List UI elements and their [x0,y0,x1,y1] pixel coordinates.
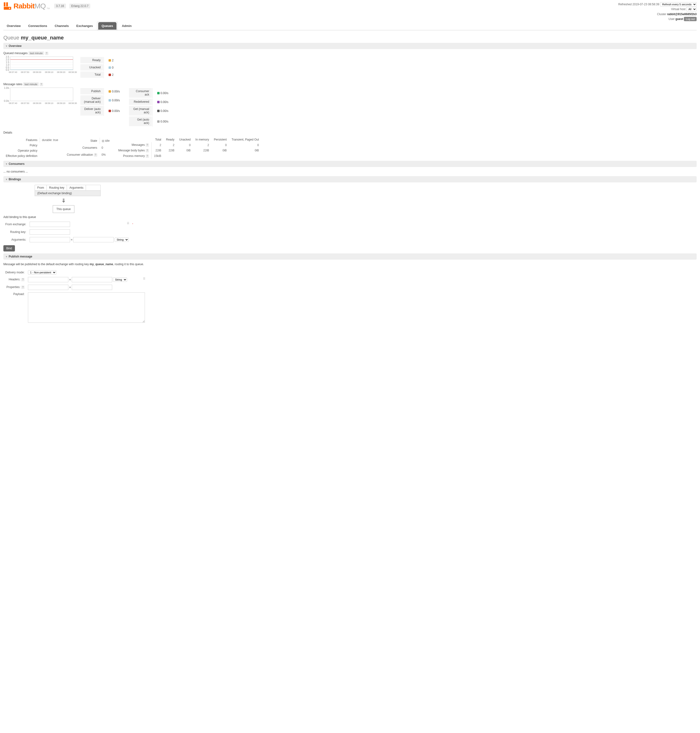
user-name: guest [675,17,683,21]
chart-rates: 1.0/s 0.0/s 08:57:40 08:57:50 08:58:00 0… [3,88,73,104]
list-icon: ☰ [127,222,129,225]
chevron-down-icon: ▼ [5,45,8,47]
section-publish[interactable]: ▼Publish message [3,253,697,260]
brand-tm: TM [47,7,50,10]
brand-text-a: Rabbit [13,2,34,10]
header-value-input[interactable] [72,277,112,282]
tab-overview[interactable]: Overview [3,22,24,29]
rabbit-icon [3,2,12,10]
svg-point-4 [9,8,10,9]
details-heading: Details [3,131,697,134]
user-label: User [668,17,675,21]
legend-queued: Ready2 Unacked0 Total2 [80,57,116,79]
arg-type-select[interactable]: String [115,238,129,242]
chevron-down-icon: ▼ [5,178,8,181]
refreshed-time: 2019-07-23 08:58:39 [632,3,659,6]
brand-text-b: MQ [34,2,46,10]
list-icon: ☰ [143,277,146,280]
section-consumers[interactable]: ▼Consumers [3,161,697,167]
refreshed-label: Refreshed [618,3,632,6]
chart-queued: 2.5 2.0 1.5 1.0 0.5 0.0 08:57:40 08:57:5… [3,57,73,73]
logout-button[interactable]: Log out [684,17,697,21]
details-col2: Stateidle Consumers0 Consumer utilisatio… [65,137,112,159]
header-key-input[interactable] [28,277,68,282]
from-exchange-input[interactable] [29,222,70,227]
payload-textarea[interactable] [28,292,145,323]
logo: RabbitMQTM 3.7.16 Erlang 22.0.7 [3,2,90,10]
consumers-empty: ... no consumers ... [3,170,697,173]
chevron-down-icon: ▼ [5,255,8,258]
section-overview[interactable]: ▼Overview [3,43,697,49]
help-icon[interactable]: ? [146,154,149,158]
publish-note: Message will be published to the default… [3,263,697,266]
cluster-name: rabbit@915e8685f2b3 [667,13,697,16]
tab-channels[interactable]: Channels [51,22,72,29]
help-icon[interactable]: ? [146,143,149,147]
prop-key-input[interactable] [28,285,68,290]
routing-key-input[interactable] [29,229,70,235]
queued-range[interactable]: last minute [28,51,44,55]
delivery-mode-select[interactable]: 1 - Non-persistent [28,270,56,275]
top-nav: Refreshed 2019-07-23 08:58:39 Refresh ev… [618,2,697,22]
chevron-down-icon: ▼ [5,163,8,165]
help-icon[interactable]: ? [40,83,43,86]
rates-range[interactable]: last minute [23,82,39,86]
help-icon[interactable]: ? [21,286,25,289]
help-icon[interactable]: ? [45,52,49,55]
details-col1: Featuresdurable: true Policy Operator po… [3,137,61,159]
details-stats: TotalReadyUnackedIn memoryPersistentTran… [116,137,262,159]
help-icon[interactable]: ? [21,278,25,281]
vhost-label: Virtual host [671,7,685,11]
page-title: Queue my_queue_name [3,35,697,41]
section-bindings[interactable]: ▼Bindings [3,176,697,182]
bind-button[interactable]: Bind [3,245,15,251]
arg-key-input[interactable] [29,237,70,242]
tab-connections[interactable]: Connections [25,22,50,29]
queued-label: Queued messages [3,51,28,55]
prop-value-input[interactable] [72,285,112,290]
main-tabs: Overview Connections Channels Exchanges … [3,22,697,30]
version-badge: 3.7.16 [54,4,66,9]
arg-value-input[interactable] [73,237,113,242]
cluster-label: Cluster [657,13,666,16]
help-icon[interactable]: ? [146,149,149,152]
rates-label: Message rates [3,82,22,86]
tab-admin[interactable]: Admin [118,22,135,29]
vhost-select[interactable]: All [686,7,697,11]
arrow-down-icon: ⇓ [35,198,93,204]
this-queue-box: This queue [53,205,74,213]
svg-rect-0 [4,2,6,6]
mandatory-icon: * [132,223,133,226]
header-type-select[interactable]: String [113,278,127,282]
legend-rates-left: Publish0.00/s Deliver (manual ack)0.00/s… [80,88,122,116]
bindings-table: FromRouting keyArguments (Default exchan… [35,185,101,196]
legend-rates-right: Consumer ack0.00/s Redelivered0.00/s Get… [128,88,171,127]
svg-rect-1 [6,2,8,6]
refresh-select[interactable]: Refresh every 5 seconds [660,2,697,6]
add-binding-label: Add binding to this queue [3,215,697,219]
tab-queues[interactable]: Queues [97,22,118,30]
erlang-badge: Erlang 22.0.7 [69,4,90,9]
help-icon[interactable]: ? [94,153,97,157]
tab-exchanges[interactable]: Exchanges [73,22,96,29]
